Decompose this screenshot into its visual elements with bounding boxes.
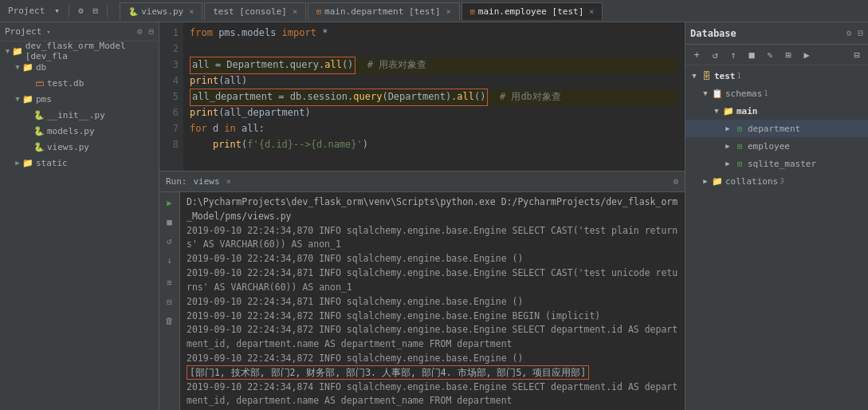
output-log-8: 2019-09-10 22:24:34,874 INFO sqlalchemy.… — [187, 380, 678, 409]
run-wrap-btn[interactable]: ≡ — [163, 275, 177, 290]
code-line-7: for d in all: — [190, 121, 678, 137]
project-panel-header: Project ▾ ⚙ ⊟ — [0, 22, 159, 41]
tab-emp-close[interactable]: × — [589, 7, 594, 16]
run-play-btn[interactable]: ▶ — [163, 195, 177, 210]
top-toolbar: Project ▾ ⚙ ⊟ 🐍 views.py × test [console… — [0, 0, 868, 22]
tab-main-department-label: main.department [test] — [324, 6, 441, 17]
run-rerun-btn[interactable]: ↺ — [163, 234, 177, 248]
tree-label-static: static — [36, 158, 68, 168]
project-settings-icon[interactable]: ⚙ — [137, 26, 143, 37]
run-clear-btn[interactable]: 🗑 — [163, 313, 177, 328]
tree-label-db: db — [36, 62, 46, 73]
left-panel: Project ▾ ⚙ ⊟ ▼ 📁 dev_flask_orm_Model [d… — [0, 22, 159, 410]
folder-icon-pms: 📁 — [22, 94, 33, 104]
py-icon-init: 🐍 — [33, 110, 45, 120]
table-icon-emp: ⊞ — [470, 7, 475, 16]
folder-icon-root: 📁 — [12, 46, 23, 57]
db-toolbar: + ↺ ↑ ■ ✎ ⊞ ▶ ⊟ — [685, 45, 868, 65]
db-label-main: main — [736, 106, 758, 116]
db-item-collations[interactable]: ▶ 📁 collations 3 — [685, 172, 868, 190]
db-stop-btn[interactable]: ■ — [744, 47, 760, 63]
line-num-4: 4 — [161, 73, 179, 89]
tree-item-models[interactable]: 🐍 models.py — [0, 123, 159, 139]
tree-label-views: views.py — [47, 142, 89, 152]
run-tab-views[interactable]: views — [194, 176, 220, 187]
run-scroll-btn[interactable]: ↓ — [163, 253, 177, 267]
db-settings-icon[interactable]: ⚙ — [846, 28, 852, 38]
result-box-1: [部门1, 技术部, 部门2, 财务部, 部门3. 人事部, 部门4. 市场部,… — [187, 365, 589, 380]
folder-icon-static: 📁 — [22, 158, 33, 168]
db-item-sqlite-master[interactable]: ▶ ⊞ sqlite_master — [685, 155, 868, 172]
tab-test-console[interactable]: test [console] × — [204, 2, 306, 20]
code-line-5: all_department = db.session.query(Depart… — [190, 89, 678, 105]
db-add-btn[interactable]: + — [689, 47, 705, 63]
split-btn[interactable]: ⊟ — [90, 4, 102, 18]
right-panel: Database ⚙ ⊟ + ↺ ↑ ■ ✎ ⊞ ▶ ⊟ ▼ 🗄 test 1 … — [685, 22, 868, 410]
folder-icon-main: 📁 — [722, 106, 735, 116]
code-line-6: print(all_department) — [190, 105, 678, 121]
db-label-schemas: schemas — [725, 89, 762, 99]
code-line-3: all = Department.query.all() # 用表对象查 — [190, 57, 678, 73]
py-icon-models: 🐍 — [33, 126, 45, 136]
arrow-schemas: ▼ — [700, 89, 711, 97]
db-item-test[interactable]: ▼ 🗄 test 1 — [685, 67, 868, 85]
run-filter-btn[interactable]: ⊟ — [163, 294, 177, 309]
code-line-8: print(f'{d.id}-->{d.name}') — [190, 137, 678, 153]
center-panel: 1 2 3 4 5 6 7 8 from pms.models import *… — [159, 22, 685, 410]
project-layout-icon[interactable]: ⊟ — [148, 26, 154, 37]
output-log-2: 2019-09-10 22:24:34,870 INFO sqlalchemy.… — [187, 252, 678, 266]
line-num-5: 5 — [161, 89, 179, 105]
tree-item-db[interactable]: ▼ 📁 db — [0, 59, 159, 75]
tree-item-testdb[interactable]: 🗃 test.db — [0, 75, 159, 91]
project-dropdown-icon[interactable]: ▾ — [46, 28, 50, 36]
py-icon: 🐍 — [128, 7, 138, 16]
arrow-sqlite: ▶ — [722, 160, 733, 168]
project-label: Project — [5, 4, 48, 18]
line-num-8: 8 — [161, 137, 179, 153]
tree-item-static[interactable]: ▶ 📁 static — [0, 155, 159, 171]
db-item-schemas[interactable]: ▼ 📋 schemas 1 — [685, 85, 868, 102]
arrow-emp: ▶ — [722, 142, 733, 150]
line-num-3: 3 — [161, 57, 179, 73]
run-close[interactable]: × — [226, 177, 231, 186]
db-item-main[interactable]: ▼ 📁 main — [685, 102, 868, 120]
run-gear-icon[interactable]: ⚙ — [673, 176, 678, 187]
tree-item-root[interactable]: ▼ 📁 dev_flask_orm_Model [dev_fla — [0, 43, 159, 59]
tree-label-init: __init__.py — [47, 110, 105, 120]
db-refresh-btn[interactable]: ↺ — [707, 47, 723, 63]
settings-btn[interactable]: ⚙ — [75, 4, 87, 18]
db-table-btn[interactable]: ⊞ — [780, 47, 796, 63]
tab-main-department[interactable]: ⊞ main.department [test] × — [308, 2, 460, 20]
toolbar-dropdown[interactable]: ▾ — [51, 4, 63, 18]
file-icon-testdb: 🗃 — [33, 78, 45, 89]
db-item-department[interactable]: ▶ ⊞ department — [685, 120, 868, 137]
run-stop-btn[interactable]: ■ — [163, 215, 177, 229]
run-sidebar: ▶ ■ ↺ ↓ ≡ ⊟ 🗑 — [159, 192, 180, 410]
table-icon-dept: ⊞ — [733, 124, 746, 134]
tree-item-views[interactable]: 🐍 views.py — [0, 139, 159, 155]
db-filter-btn[interactable]: ⊟ — [849, 47, 865, 63]
tree-item-pms[interactable]: ▼ 📁 pms — [0, 91, 159, 107]
output-log-1: 2019-09-10 22:24:34,870 INFO sqlalchemy.… — [187, 224, 678, 253]
line-num-7: 7 — [161, 121, 179, 137]
db-item-employee[interactable]: ▶ ⊞ employee — [685, 137, 868, 155]
db-query-btn[interactable]: ▶ — [799, 47, 815, 63]
tab-main-employee[interactable]: ⊞ main.employee [test] × — [461, 2, 603, 20]
db-header: Database ⚙ ⊟ — [685, 22, 868, 45]
code-line-1: from pms.models import * — [190, 26, 678, 41]
db-edit-btn[interactable]: ✎ — [762, 47, 778, 63]
code-editor[interactable]: from pms.models import * all = Departmen… — [183, 22, 685, 171]
tree-item-init[interactable]: 🐍 __init__.py — [0, 107, 159, 123]
tab-dept-close[interactable]: × — [446, 7, 451, 16]
tab-test-console-close[interactable]: × — [293, 7, 297, 16]
run-header: Run: views × ⚙ — [159, 171, 685, 192]
tab-views-close[interactable]: × — [189, 7, 194, 16]
arrow-db: ▼ — [13, 63, 22, 71]
db-up-btn[interactable]: ↑ — [725, 47, 741, 63]
editor-tab-bar: 🐍 views.py × test [console] × ⊞ main.dep… — [120, 2, 863, 20]
db-split-icon[interactable]: ⊟ — [858, 28, 863, 38]
tree-label-pms: pms — [36, 94, 52, 104]
tab-views-py[interactable]: 🐍 views.py × — [120, 2, 202, 20]
line-num-1: 1 — [161, 26, 179, 41]
folder-icon-db: 📁 — [22, 62, 33, 73]
